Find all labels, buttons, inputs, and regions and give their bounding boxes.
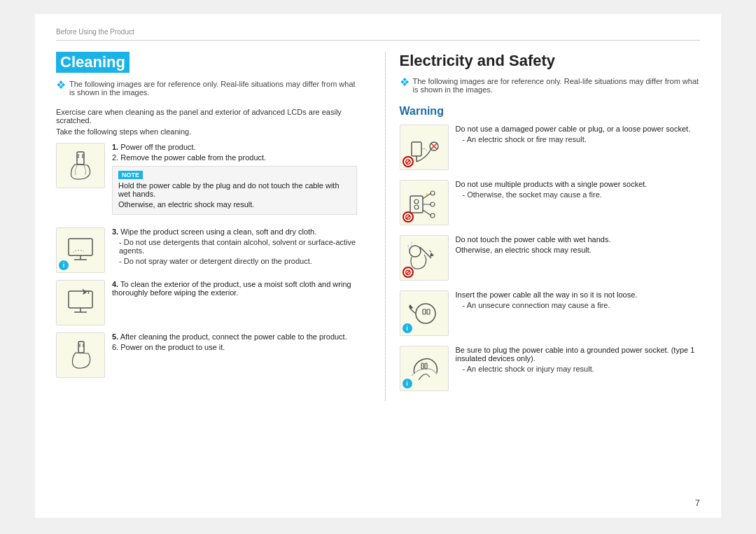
step-1-2-row: 1. Power off the product. 2. Remove the … — [56, 143, 357, 220]
warning-2-main: Do not use multiple products with a sing… — [456, 180, 701, 188]
step-5-6-content: 5. After cleaning the product, connect t… — [112, 332, 357, 353]
note-line-1: Hold the power cable by the plug and do … — [118, 181, 351, 198]
warning-3-row: ⊘ Do not touch the power cable with wet … — [400, 235, 701, 281]
step-3-sub-1: Do not use detergents that contain alcoh… — [119, 238, 357, 255]
warning-3-image: ⊘ — [400, 235, 449, 281]
step-3-sub-2: Do not spray water or detergent directly… — [119, 257, 357, 265]
warning-3-content: Do not touch the power cable with wet ha… — [456, 235, 701, 256]
right-intro-block: ❖ The following images are for reference… — [400, 77, 701, 99]
info-icon-warn5: i — [402, 379, 412, 388]
svg-rect-27 — [425, 363, 427, 369]
warning-5-sub: An electric shock or injury may result. — [463, 365, 701, 373]
right-column: Electricity and Safety ❖ The following i… — [385, 52, 701, 401]
hand-plug-icon — [63, 148, 98, 183]
step-4-image — [56, 280, 105, 325]
step-2-text: 2. Remove the power cable from the produ… — [112, 153, 357, 162]
warning-4-sub: An unsecure connection may cause a fire. — [463, 301, 701, 309]
warning-1-main: Do not use a damaged power cable or plug… — [456, 125, 701, 133]
right-bullet-icon: ❖ — [400, 76, 410, 89]
step-6-text: 6. Power on the product to use it. — [112, 343, 357, 351]
left-intro-text: The following images are for reference o… — [69, 80, 357, 97]
warning-title: Warning — [400, 105, 701, 118]
breadcrumb: Before Using the Product — [56, 28, 700, 41]
no-icon-warn3: ⊘ — [402, 267, 414, 278]
monitor-wipe-icon — [63, 286, 98, 321]
warning-2-content: Do not use multiple products with a sing… — [456, 180, 701, 201]
step-5-6-row: 5. After cleaning the product, connect t… — [56, 332, 357, 378]
left-section-title: Cleaning — [56, 52, 130, 73]
note-box: NOTE Hold the power cable by the plug an… — [112, 166, 357, 215]
info-icon-step3: i — [59, 260, 69, 270]
no-icon-warn1: ⊘ — [402, 156, 414, 167]
note-label: NOTE — [118, 171, 143, 179]
warning-1-sub: An electric shock or fire may result. — [463, 135, 701, 143]
left-intro-block: ❖ The following images are for reference… — [56, 80, 357, 102]
svg-rect-25 — [427, 309, 430, 314]
step-3-row: i 3. Wipe the product screen using a cle… — [56, 227, 357, 273]
step-3-text: 3. Wipe the product screen using a clean… — [112, 227, 357, 236]
info-icon-warn4: i — [402, 323, 412, 333]
step-4-content: 4. To clean the exterior of the product,… — [112, 280, 357, 299]
page-number: 7 — [695, 498, 700, 508]
warning-4-main: Insert the power cable all the way in so… — [456, 290, 701, 299]
step-1-text: 1. Power off the product. — [112, 143, 357, 151]
right-intro-text: The following images are for reference o… — [413, 77, 701, 94]
exercise-text: Exercise care when cleaning as the panel… — [56, 108, 357, 125]
step-3-content: 3. Wipe the product screen using a clean… — [112, 227, 357, 267]
step-5-text: 5. After cleaning the product, connect t… — [112, 332, 357, 341]
svg-rect-24 — [423, 309, 426, 314]
svg-point-16 — [414, 199, 419, 204]
warning-1-image: ⊘ — [400, 125, 449, 170]
hand-reconnect-icon — [63, 338, 98, 373]
warning-5-row: i Be sure to plug the power cable into a… — [400, 346, 701, 391]
take-text: Take the following steps when cleaning. — [56, 127, 357, 136]
step-1-2-content: 1. Power off the product. 2. Remove the … — [112, 143, 357, 220]
step-3-image: i — [56, 227, 105, 273]
step-4-row: 4. To clean the exterior of the product,… — [56, 280, 357, 325]
left-bullet-icon: ❖ — [56, 78, 66, 92]
step-1-image — [56, 143, 105, 188]
left-column: Cleaning ❖ The following images are for … — [56, 52, 364, 401]
warning-4-row: i Insert the power cable all the way in … — [400, 290, 701, 336]
no-icon-warn2: ⊘ — [402, 211, 414, 223]
svg-rect-15 — [410, 196, 423, 213]
svg-point-17 — [414, 205, 419, 209]
svg-point-21 — [410, 246, 421, 257]
warning-2-image: ⊘ — [400, 180, 449, 225]
page: Before Using the Product Cleaning ❖ The … — [35, 14, 721, 518]
warning-3-main: Do not touch the power cable with wet ha… — [456, 235, 701, 244]
right-section-title: Electricity and Safety — [400, 52, 701, 70]
warning-4-image: i — [400, 290, 449, 336]
note-line-2: Otherwise, an electric shock may result. — [118, 200, 351, 209]
monitor-clean-icon — [63, 233, 98, 268]
svg-rect-26 — [421, 363, 424, 369]
step-5-image — [56, 332, 105, 378]
step-4-text: 4. To clean the exterior of the product,… — [112, 280, 357, 297]
svg-rect-12 — [412, 142, 421, 156]
warning-2-sub: Otherwise, the socket may cause a fire. — [463, 190, 701, 199]
warning-3-sub: Otherwise, an electric shock may result. — [456, 246, 701, 254]
warning-5-main: Be sure to plug the power cable into a g… — [456, 346, 701, 363]
warning-5-image: i — [400, 346, 449, 391]
warning-4-content: Insert the power cable all the way in so… — [456, 290, 701, 311]
warning-1-content: Do not use a damaged power cable or plug… — [456, 125, 701, 146]
svg-rect-3 — [69, 239, 92, 255]
warning-5-content: Be sure to plug the power cable into a g… — [456, 346, 701, 375]
warning-1-row: ⊘ Do not use a damaged power cable or pl… — [400, 125, 701, 170]
warning-2-row: ⊘ Do not use multiple products with a si… — [400, 180, 701, 225]
svg-rect-6 — [69, 291, 92, 308]
